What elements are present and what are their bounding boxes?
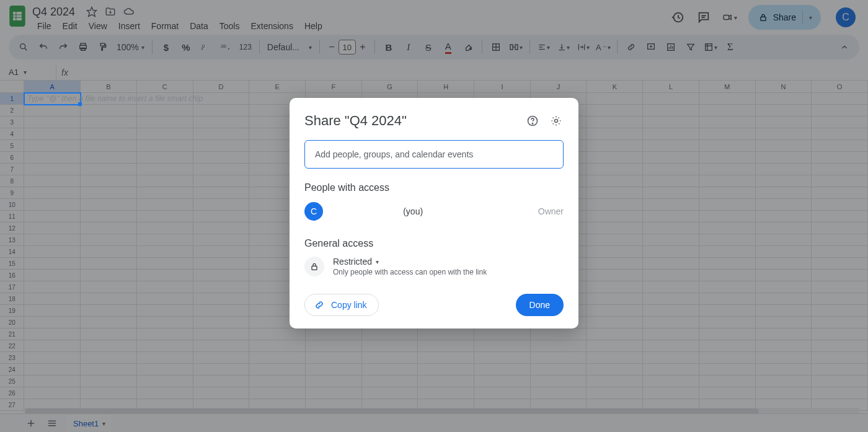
svg-point-44: [532, 123, 533, 124]
share-dialog-title: Share "Q4 2024": [304, 113, 516, 129]
help-icon[interactable]: [525, 113, 540, 128]
svg-rect-46: [312, 266, 317, 270]
link-icon: [314, 299, 325, 311]
gear-icon[interactable]: [549, 113, 564, 128]
people-with-access-heading: People with access: [304, 182, 564, 193]
access-level-select[interactable]: Restricted▾: [333, 257, 564, 267]
cell[interactable]: [24, 93, 81, 105]
share-dialog: Share "Q4 2024" People with access C pla…: [290, 98, 578, 328]
access-level-description: Only people with access can open with th…: [333, 268, 564, 276]
person-role: Owner: [538, 206, 564, 216]
add-people-input[interactable]: [304, 140, 564, 169]
person-name: placeholder name (you): [332, 206, 529, 216]
general-access-row: Restricted▾ Only people with access can …: [304, 257, 564, 276]
svg-point-45: [555, 120, 558, 123]
general-access-heading: General access: [304, 238, 564, 249]
lock-icon: [304, 257, 324, 276]
done-button[interactable]: Done: [516, 294, 564, 316]
person-avatar: C: [304, 202, 323, 221]
copy-link-button[interactable]: Copy link: [304, 294, 379, 316]
modal-scrim[interactable]: Share "Q4 2024" People with access C pla…: [0, 0, 868, 432]
person-row[interactable]: C placeholder name (you) Owner: [304, 202, 564, 221]
